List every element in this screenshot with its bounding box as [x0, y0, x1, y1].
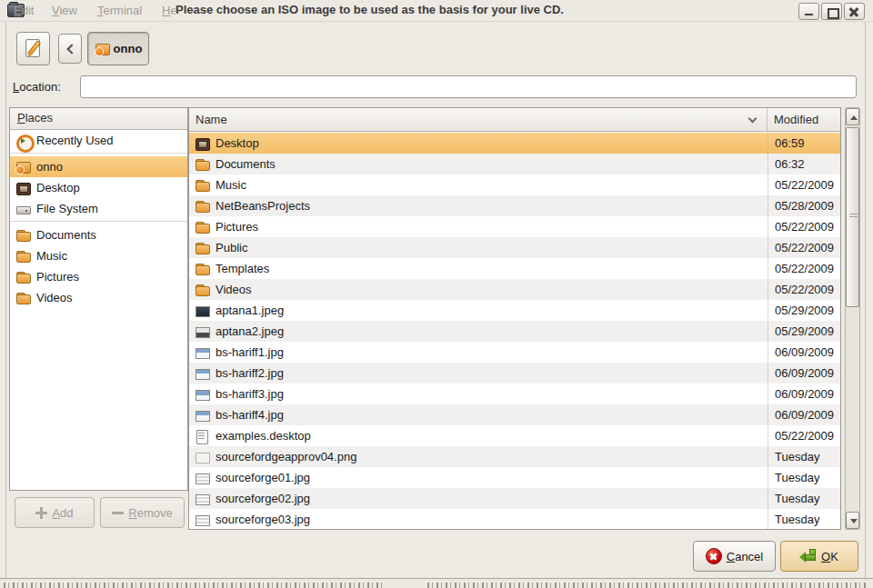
column-divider — [768, 133, 768, 529]
add-bookmark-button[interactable]: Add — [15, 497, 95, 528]
file-name-cell: bs-hariff4.jpg — [189, 408, 768, 423]
scrollbar-thumb[interactable] — [846, 127, 859, 307]
titlebar: Edit View Terminal Help Please choose an… — [0, 0, 873, 22]
scroll-up-button[interactable] — [846, 108, 859, 125]
file-modified: 06:32 — [768, 157, 840, 171]
add-button-label: Add — [52, 506, 73, 520]
file-name: Videos — [216, 283, 252, 296]
column-header-modified[interactable]: Modified — [768, 108, 840, 131]
file-name-cell: Desktop — [189, 136, 768, 151]
scroll-down-button[interactable] — [846, 512, 859, 529]
file-name-cell: Videos — [189, 283, 768, 297]
path-button-label: onno — [114, 42, 143, 55]
file-modified: 06/09/2009 — [768, 366, 840, 380]
file-name-cell: sourceforge03.jpg — [189, 513, 768, 527]
file-row[interactable]: Pictures05/22/2009 — [189, 216, 840, 237]
ok-button[interactable]: OK — [780, 541, 858, 572]
folder-icon — [195, 283, 209, 297]
file-modified: 06/09/2009 — [768, 387, 840, 401]
file-row[interactable]: bs-hariff3.jpg06/09/2009 — [189, 384, 840, 404]
file-row[interactable]: aptana2.jpeg05/29/2009 — [189, 321, 840, 342]
file-row[interactable]: bs-hariff1.jpg06/09/2009 — [189, 342, 840, 363]
minimize-button[interactable] — [798, 3, 819, 20]
file-modified: 05/22/2009 — [768, 178, 840, 192]
grip-icon — [849, 214, 858, 219]
places-item-file-system[interactable]: File System — [10, 198, 187, 219]
file-name: Public — [216, 241, 247, 254]
file-modified: 05/22/2009 — [768, 262, 840, 275]
file-row[interactable]: sourceforge01.jpgTuesday — [189, 467, 840, 488]
file-row[interactable]: Public05/22/2009 — [189, 237, 840, 258]
file-list-header: Name Modified — [189, 108, 840, 132]
file-row[interactable]: examples.desktop05/22/2009 — [189, 425, 840, 446]
blurred-terminal-text — [427, 583, 866, 588]
blurred-terminal-text — [4, 583, 386, 588]
places-header: Places — [10, 108, 187, 130]
file-list-panel: Name Modified Desktop06:59Documents06:32… — [188, 107, 841, 530]
places-item-videos[interactable]: Videos — [10, 287, 187, 308]
cancel-button[interactable]: Cancel — [693, 541, 776, 572]
file-name-cell: sourceforge02.jpg — [189, 492, 768, 506]
file-name: Pictures — [216, 220, 258, 234]
close-button[interactable] — [844, 3, 865, 20]
file-row[interactable]: sourcefordgeapprov04.pngTuesday — [189, 446, 840, 467]
file-row[interactable]: Templates05/22/2009 — [189, 258, 840, 279]
folder-icon — [195, 241, 209, 255]
cancel-button-label: Cancel — [727, 550, 763, 563]
file-name-cell: Pictures — [189, 220, 768, 234]
file-name-cell: sourcefordgeapprov04.png — [189, 450, 768, 464]
edit-document-icon — [24, 38, 44, 60]
file-row[interactable]: aptana1.jpeg05/29/2009 — [189, 300, 840, 321]
file-name-cell: bs-hariff3.jpg — [189, 387, 768, 402]
file-modified: 06:59 — [768, 136, 840, 150]
bg-menu-edit: Edit — [14, 4, 34, 17]
file-name-cell: Documents — [189, 157, 768, 172]
column-header-name[interactable]: Name — [189, 108, 768, 131]
drive-icon — [15, 202, 30, 216]
places-item-onno[interactable]: onno — [10, 156, 187, 177]
chevron-down-icon — [748, 115, 758, 124]
file-row[interactable]: bs-hariff4.jpg06/09/2009 — [189, 404, 840, 425]
location-input[interactable] — [80, 75, 857, 98]
path-button-onno[interactable]: onno — [87, 32, 149, 65]
places-separator — [10, 221, 187, 223]
dialog-title: Please choose an ISO image to be used as… — [176, 3, 567, 17]
file-row[interactable]: sourceforge02.jpgTuesday — [189, 488, 840, 509]
file-modified: 05/22/2009 — [768, 241, 840, 254]
file-modified: 05/29/2009 — [768, 304, 840, 317]
remove-bookmark-button[interactable]: Remove — [100, 497, 185, 528]
file-row[interactable]: Videos05/22/2009 — [189, 279, 840, 300]
desktop-icon — [15, 181, 30, 195]
user-home-folder-icon — [15, 160, 30, 174]
maximize-button[interactable] — [821, 3, 842, 20]
arrow-down-icon — [850, 519, 858, 523]
image-dark-icon — [195, 304, 209, 318]
places-list: Recently UsedonnoDesktopFile SystemDocum… — [10, 130, 187, 308]
folder-icon — [195, 199, 209, 214]
image-strip-icon — [195, 513, 209, 527]
file-row[interactable]: Desktop06:59 — [189, 133, 840, 154]
path-back-button[interactable] — [58, 34, 82, 64]
file-row[interactable]: NetBeansProjects05/28/2009 — [189, 195, 840, 216]
places-item-pictures[interactable]: Pictures — [10, 266, 187, 287]
file-modified: 05/22/2009 — [768, 283, 840, 296]
file-row[interactable]: bs-hariff2.jpg06/09/2009 — [189, 363, 840, 384]
places-item-desktop[interactable]: Desktop — [10, 177, 187, 198]
file-modified: Tuesday — [768, 492, 840, 505]
places-item-documents[interactable]: Documents — [10, 224, 187, 245]
arrow-up-icon — [850, 115, 858, 120]
places-separator — [10, 153, 187, 154]
places-item-music[interactable]: Music — [10, 245, 187, 266]
file-name: bs-hariff2.jpg — [216, 366, 284, 380]
minus-icon — [112, 507, 124, 519]
type-filename-button[interactable] — [16, 32, 50, 65]
folder-icon — [195, 220, 209, 234]
file-row[interactable]: sourceforge03.jpgTuesday — [189, 509, 840, 529]
file-modified: Tuesday — [768, 513, 840, 526]
file-name-cell: Public — [189, 241, 768, 255]
folder-icon — [15, 228, 30, 243]
vertical-scrollbar[interactable] — [845, 107, 860, 530]
file-row[interactable]: Documents06:32 — [189, 154, 840, 174]
places-item-recently-used[interactable]: Recently Used — [10, 130, 187, 151]
file-row[interactable]: Music05/22/2009 — [189, 174, 840, 195]
